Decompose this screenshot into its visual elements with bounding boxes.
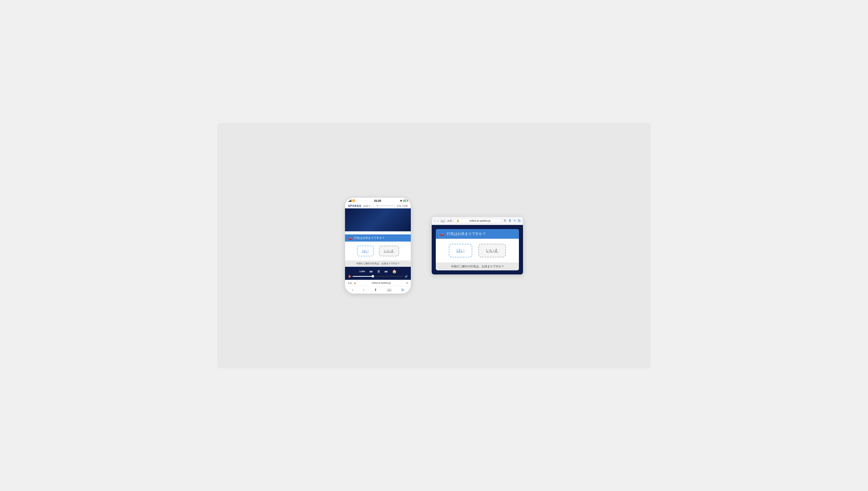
volume-fill [353, 276, 373, 277]
phone-back-button[interactable]: ‹ [352, 288, 353, 292]
browser-card: 🚗 行先はお決まりですか？ はい いいえ 今回のご旅行の行先は、お決まりですか？ [436, 229, 519, 270]
browser-share-button[interactable]: ⬆ [508, 219, 511, 223]
home-button[interactable]: 🏠 [392, 269, 396, 273]
time-display: 0:12 / 4:05 [397, 205, 408, 207]
signal-bar-1 [349, 201, 349, 202]
volume-low-icon: 🔇 [348, 275, 351, 278]
spokes-logo: SPOKES [348, 204, 361, 207]
phone-no-button[interactable]: いいえ [379, 246, 399, 256]
speed-label: 1.00x [359, 270, 365, 273]
phone-player: 1.00x ⏮ ⏸ ⏭ 🏠 🔇 🔊 [345, 267, 411, 280]
browser-back-button[interactable]: ‹ [434, 219, 436, 223]
browser-subtitle-bar: 今回のご旅行の行先は、お決まりですか？ [436, 262, 519, 270]
car-icon: 🚗 [348, 236, 352, 240]
volume-row: 🔇 🔊 [348, 275, 408, 278]
phone-bookmark-button[interactable]: 📖 [387, 288, 391, 292]
phone-white-strip [345, 231, 411, 234]
phone-url-text: online.ai-spokes.jp [358, 282, 405, 284]
pause-button[interactable]: ⏸ [377, 269, 381, 273]
browser-reload-button[interactable]: ↻ [504, 219, 506, 223]
browser-choices: はい いいえ [436, 239, 519, 262]
browser-forward-button[interactable]: › [438, 219, 439, 223]
browser-yes-button[interactable]: はい [449, 244, 472, 257]
browser-tabs-button[interactable]: ⧉ [518, 219, 520, 223]
status-left: 📶 [349, 199, 355, 202]
signal-bar-4 [351, 199, 351, 202]
phone-status-bar: 📶 15:20 ⊕ [345, 198, 411, 203]
phone-aa-label: ぁあ [348, 281, 352, 285]
prev-button[interactable]: ⏮ [369, 269, 373, 273]
progress-bar-fill [377, 205, 378, 206]
signal-bar-2 [349, 201, 350, 202]
browser-question-text: 行先はお決まりですか？ [447, 232, 486, 236]
battery-fill [403, 200, 406, 201]
browser-no-button[interactable]: いいえ [478, 244, 506, 257]
progress-bar-track [377, 205, 395, 206]
browser-url-bar[interactable]: 🔒 online.ai-spokes.jp [454, 218, 502, 223]
phone-question-text: 行先はお決まりですか？ [354, 236, 385, 240]
phone-share-button[interactable]: ⬆ [374, 288, 377, 292]
phone-frame: 📶 15:20 ⊕ SPOKES page 3 — 0:12 / 4:05 [345, 197, 411, 294]
browser-lock-icon: 🔒 [456, 219, 459, 222]
phone-nav-bar: ‹ › ⬆ 📖 ⧉ [345, 286, 411, 294]
volume-thumb [371, 275, 374, 278]
phone-app-header: SPOKES page 3 — 0:12 / 4:05 [345, 203, 411, 208]
status-right: ⊕ [400, 199, 407, 202]
phone-forward-button[interactable]: › [363, 288, 364, 292]
wifi-icon: 📶 [352, 199, 355, 202]
gps-icon: ⊕ [400, 199, 402, 202]
phone-question-banner: 🚗 行先はお決まりですか？ [345, 234, 411, 241]
next-button[interactable]: ⏭ [385, 269, 388, 273]
phone-address-bar: ぁあ 🔒 online.ai-spokes.jp ↻ [345, 280, 411, 286]
page-wrapper: 📶 15:20 ⊕ SPOKES page 3 — 0:12 / 4:05 [217, 123, 651, 368]
player-controls: 1.00x ⏮ ⏸ ⏭ 🏠 [348, 269, 408, 273]
browser-toolbar: ‹ › 📖 ぁあ 🔒 online.ai-spokes.jp ↻ ⬆ + ⧉ [432, 217, 523, 225]
browser-url-text: online.ai-spokes.jp [460, 219, 499, 222]
signal-bars-icon [349, 199, 351, 202]
phone-yes-button[interactable]: はい [357, 246, 374, 256]
browser-question-banner: 🚗 行先はお決まりですか？ [436, 229, 519, 239]
browser-frame: ‹ › 📖 ぁあ 🔒 online.ai-spokes.jp ↻ ⬆ + ⧉ 🚗… [431, 216, 523, 275]
signal-bar-3 [350, 200, 351, 202]
page-label: page 3 [363, 205, 370, 207]
browser-car-icon: 🚗 [440, 232, 444, 236]
browser-content: 🚗 行先はお決まりですか？ はい いいえ 今回のご旅行の行先は、お決まりですか？ [432, 225, 523, 275]
phone-choices: はい いいえ [345, 241, 411, 260]
browser-add-button[interactable]: + [514, 218, 516, 223]
browser-aa-label: ぁあ [447, 219, 452, 223]
status-time: 15:20 [374, 199, 381, 202]
dash-separator: — [372, 205, 375, 207]
phone-subtitle-bar: 今回のご旅行の行先は、お決まりですか？ [345, 260, 411, 267]
volume-track[interactable] [353, 276, 403, 277]
battery-icon [403, 200, 407, 202]
phone-refresh-button[interactable]: ↻ [406, 282, 408, 284]
volume-high-icon: 🔊 [405, 275, 408, 278]
phone-tabs-button[interactable]: ⧉ [401, 288, 404, 292]
phone-lock-icon: 🔒 [354, 282, 356, 284]
browser-bookmark-button[interactable]: 📖 [441, 219, 445, 223]
phone-video-area [345, 208, 411, 231]
